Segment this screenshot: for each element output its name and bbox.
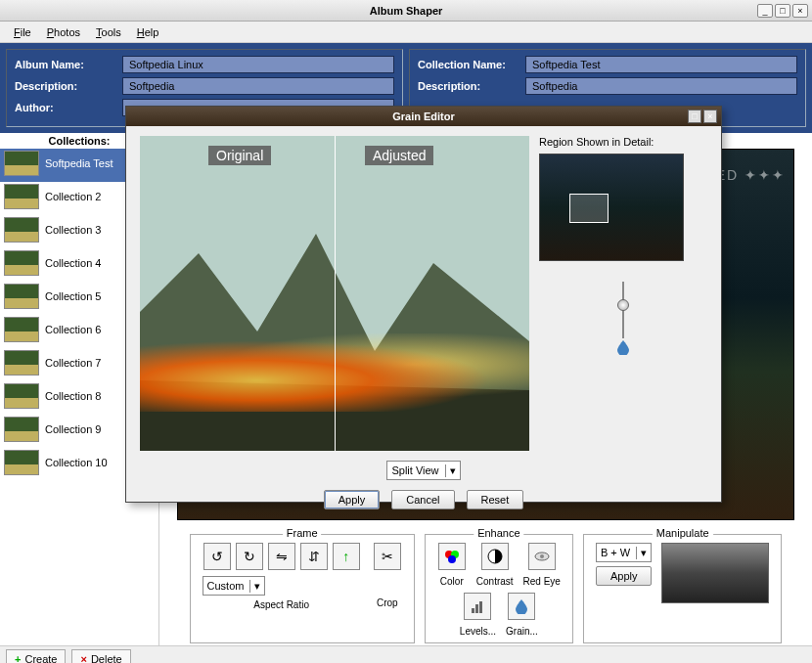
svg-rect-7 (475, 604, 478, 613)
close-button[interactable]: × (792, 4, 808, 18)
collection-name-field[interactable]: Softpedia Test (525, 56, 797, 73)
view-mode-value: Split View (391, 464, 438, 476)
sidebar-item-label: Collection 10 (45, 457, 108, 468)
grain-button[interactable] (508, 593, 535, 620)
effect-select[interactable]: B + W▾ (596, 543, 652, 562)
create-button[interactable]: +Create (6, 649, 66, 664)
detail-nav[interactable] (539, 154, 684, 261)
sidebar-item-label: Collection 3 (45, 224, 101, 236)
chevron-down-icon: ▾ (249, 580, 260, 593)
color-button[interactable] (438, 543, 466, 570)
grain-slider[interactable] (622, 282, 624, 338)
grain-label: Grain... (506, 626, 538, 637)
contrast-label: Contrast (476, 576, 514, 587)
adjusted-tag: Adjusted (365, 146, 433, 165)
manipulate-group: Manipulate B + W▾ Apply (583, 534, 783, 643)
levels-label: Levels... (460, 626, 496, 637)
redeye-button[interactable] (528, 543, 556, 570)
thumbnail-icon (4, 250, 39, 276)
album-name-label: Album Name: (15, 59, 122, 70)
dialog-apply-button[interactable]: Apply (324, 490, 381, 509)
album-desc-label: Description: (15, 80, 122, 92)
dialog-cancel-button[interactable]: Cancel (391, 490, 454, 509)
delete-label: Delete (91, 653, 122, 664)
collection-desc-label: Description: (418, 80, 525, 92)
collection-desc-field[interactable]: Softpedia (525, 77, 797, 95)
sidebar-item-label: Collection 4 (45, 257, 101, 269)
aspect-value: Custom (207, 580, 245, 592)
frame-group: Frame ↺ ↻ ⇋ ⇵ ↑ Custom▾ Aspect R (190, 534, 415, 643)
thumbnail-icon (4, 317, 39, 342)
frame-legend: Frame (283, 527, 322, 539)
thumbnail-icon (4, 350, 39, 376)
drop-icon (616, 339, 630, 355)
chevron-down-icon: ▾ (445, 464, 456, 477)
thumbnail-icon (4, 417, 39, 442)
menubar: File Photos Tools Help (0, 22, 812, 43)
sidebar-item-label: Collection 7 (45, 357, 101, 369)
sidebar-item-label: Collection 5 (45, 290, 101, 302)
color-label: Color (440, 576, 464, 587)
menu-file[interactable]: File (6, 24, 39, 40)
contrast-button[interactable] (481, 543, 509, 570)
svg-rect-6 (472, 608, 474, 613)
svg-point-2 (448, 555, 456, 563)
flip-v-button[interactable]: ⇵ (300, 543, 328, 570)
viewport-rect[interactable] (569, 194, 609, 223)
enhance-group: Enhance Color Contrast Red Eye Levels...… (425, 534, 573, 643)
create-label: Create (24, 653, 57, 664)
sidebar-item-label: Collection 9 (45, 423, 101, 435)
region-label: Region Shown in Detail: (539, 136, 707, 148)
thumbnail-icon (4, 151, 39, 176)
effect-value: B + W (601, 547, 630, 558)
dialog-title: Grain Editor (392, 110, 455, 122)
view-mode-select[interactable]: Split View▾ (386, 461, 460, 480)
manipulate-legend: Manipulate (653, 527, 713, 539)
sidebar-item-label: Collection 6 (45, 324, 101, 335)
menu-help[interactable]: Help (129, 24, 167, 40)
svg-rect-8 (479, 601, 482, 613)
svg-point-5 (540, 554, 544, 558)
crop-label: Crop (373, 597, 402, 608)
split-divider[interactable] (335, 136, 336, 451)
rotate-ccw-button[interactable]: ↺ (203, 543, 231, 570)
collection-name-label: Collection Name: (418, 59, 525, 70)
chevron-down-icon: ▾ (636, 547, 647, 559)
grain-editor-dialog: Grain Editor □ × Original Adjusted Regio… (125, 106, 722, 503)
original-tag: Original (208, 146, 271, 165)
x-icon: × (80, 653, 86, 664)
maximize-button[interactable]: □ (775, 4, 790, 18)
levels-button[interactable] (464, 593, 491, 620)
sidebar-item-label: Collection 8 (45, 390, 101, 402)
delete-button[interactable]: ×Delete (71, 649, 130, 664)
split-preview[interactable]: Original Adjusted (140, 136, 529, 451)
slider-handle[interactable] (617, 299, 629, 311)
sidebar-item-label: Collection 2 (45, 191, 101, 202)
author-label: Author: (15, 102, 122, 113)
sidebar-item-label: Softpedia Test (45, 157, 113, 169)
straighten-button[interactable]: ↑ (333, 543, 360, 570)
thumbnail-icon (4, 284, 39, 309)
rotate-cw-button[interactable]: ↻ (236, 543, 263, 570)
menu-tools[interactable]: Tools (88, 24, 129, 40)
enhance-legend: Enhance (474, 527, 523, 539)
thumbnail-icon (4, 184, 39, 209)
crop-button[interactable]: ✂ (374, 543, 401, 570)
window-title: Album Shaper (370, 5, 443, 17)
dialog-reset-button[interactable]: Reset (467, 490, 524, 509)
dialog-maximize-button[interactable]: □ (688, 110, 701, 123)
redeye-label: Red Eye (523, 576, 561, 587)
minimize-button[interactable]: _ (757, 4, 773, 18)
dialog-close-button[interactable]: × (703, 110, 717, 123)
aspect-label: Aspect Ratio (203, 599, 361, 610)
thumbnail-icon (4, 217, 39, 243)
aspect-ratio-select[interactable]: Custom▾ (203, 576, 266, 596)
album-desc-field[interactable]: Softpedia (122, 77, 394, 95)
apply-effect-button[interactable]: Apply (596, 566, 653, 586)
flip-h-button[interactable]: ⇋ (268, 543, 295, 570)
plus-icon: + (15, 653, 21, 664)
album-name-field[interactable]: Softpedia Linux (122, 56, 394, 73)
effect-preview (661, 543, 769, 603)
menu-photos[interactable]: Photos (39, 24, 88, 40)
thumbnail-icon (4, 450, 39, 475)
